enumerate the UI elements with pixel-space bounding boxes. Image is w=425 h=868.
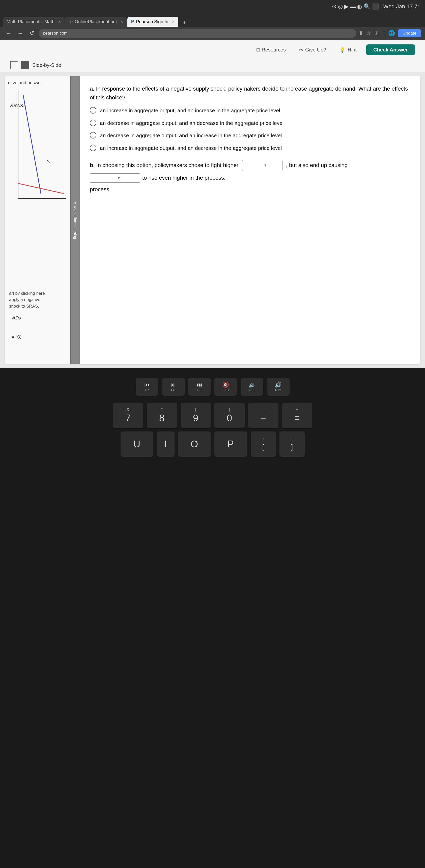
- key-open-bracket[interactable]: { [: [251, 432, 276, 457]
- key-9-top: (: [195, 407, 196, 412]
- tab-pearson-label: Pearson Sign In: [136, 19, 168, 25]
- key-0-top: ): [229, 407, 230, 412]
- macmillan-sidebar: © Macmillan Learning: [71, 76, 80, 364]
- tab-pearson[interactable]: P Pearson Sign In ✕: [127, 17, 178, 27]
- key-equals[interactable]: + =: [282, 403, 312, 428]
- part-b-text-process: process.: [90, 185, 410, 194]
- key-f12[interactable]: 🔊 F12: [267, 378, 290, 396]
- part-a-text: a. In response to the effects of a negat…: [90, 84, 410, 102]
- layout-label: Side-by-Side: [32, 62, 61, 68]
- radio-3[interactable]: [90, 132, 96, 138]
- resources-icon: □: [257, 47, 260, 53]
- f9-label: F9: [197, 388, 201, 392]
- avatar-icon[interactable]: 🌐: [388, 30, 395, 37]
- square-icon[interactable]: □: [382, 30, 385, 37]
- hint-button[interactable]: 💡 Hint: [336, 45, 360, 55]
- key-8-main: 8: [159, 413, 164, 424]
- back-button[interactable]: ←: [4, 29, 13, 38]
- key-p[interactable]: P: [215, 432, 247, 457]
- key-equals-top: +: [296, 407, 298, 412]
- sras-label: SRAS₀: [10, 103, 25, 108]
- key-i[interactable]: I: [157, 432, 174, 457]
- main-content: □ Resources ✂ Give Up? 💡 Hint Check Answ…: [0, 40, 425, 368]
- option-row-3[interactable]: an decrease in aggregate output, and an …: [90, 131, 410, 140]
- key-u[interactable]: U: [121, 432, 153, 457]
- key-8-top: *: [161, 407, 163, 412]
- option-text-3: an decrease in aggregate output, and an …: [100, 131, 282, 140]
- tab-math-close[interactable]: ✕: [58, 20, 61, 24]
- instruction-line-1: art by clicking here: [9, 290, 45, 297]
- f9-icon: ⏭: [197, 381, 202, 388]
- forward-button[interactable]: →: [15, 29, 25, 38]
- key-i-main: I: [164, 439, 167, 450]
- dropdown-2-caret: ▼: [117, 176, 121, 180]
- part-a-intro: In response to the effects of a negative…: [90, 86, 408, 101]
- key-f8[interactable]: ⏯ F8: [162, 378, 185, 396]
- give-up-label: Give Up?: [305, 47, 326, 53]
- extensions-icon[interactable]: ✳: [374, 30, 379, 37]
- axis-label: ut (Q): [10, 335, 22, 340]
- f12-icon: 🔊: [275, 381, 282, 388]
- f10-label: F10: [223, 388, 229, 392]
- update-button[interactable]: Update: [398, 29, 421, 37]
- radio-2[interactable]: [90, 120, 96, 126]
- share-icon[interactable]: ⬆: [359, 30, 363, 37]
- bookmark-icon[interactable]: ☆: [366, 30, 371, 37]
- address-input[interactable]: pearson.com: [39, 29, 356, 38]
- number-row: & 7 * 8 ( 9 ) 0 _ − + =: [15, 403, 410, 428]
- dropdown-2[interactable]: ▼: [90, 173, 140, 183]
- tab-pearson-icon: P: [131, 19, 134, 25]
- key-o[interactable]: O: [178, 432, 211, 457]
- key-open-bracket-top: {: [262, 437, 264, 442]
- panels-container: ctive and answer ↖ SRAS₀ AD₀: [5, 76, 420, 364]
- layout-icon-filled[interactable]: [21, 61, 29, 69]
- dropdown-2-value: [93, 175, 115, 181]
- key-f10[interactable]: 🔇 F10: [215, 378, 237, 396]
- key-f11[interactable]: 🔉 F11: [241, 378, 263, 396]
- tab-pdf[interactable]: ⓘ OnlinePlacement.pdf ✕: [65, 17, 127, 27]
- tab-pdf-close[interactable]: ✕: [120, 20, 123, 24]
- key-7-main: 7: [125, 413, 131, 424]
- key-o-main: O: [191, 439, 198, 450]
- key-0[interactable]: ) 0: [215, 403, 244, 428]
- tab-math[interactable]: Math Placement – Math ✕: [3, 17, 65, 27]
- option-row-2[interactable]: an decrease in aggregate output, and an …: [90, 119, 410, 127]
- key-equals-main: =: [294, 413, 300, 424]
- key-f9[interactable]: ⏭ F9: [188, 378, 211, 396]
- radio-4[interactable]: [90, 145, 96, 151]
- key-f7[interactable]: ⏮ F7: [136, 378, 158, 396]
- give-up-button[interactable]: ✂ Give Up?: [295, 45, 330, 55]
- option-row-4[interactable]: an increase in aggregate output, and an …: [90, 144, 410, 152]
- f7-label: F7: [145, 388, 149, 392]
- resources-button[interactable]: □ Resources: [253, 45, 289, 54]
- check-answer-button[interactable]: Check Answer: [366, 44, 415, 55]
- part-b-text: b. In choosing this option, policymakers…: [90, 160, 410, 171]
- key-close-bracket[interactable]: } ]: [280, 432, 305, 457]
- ad-label: AD₀: [12, 315, 21, 321]
- system-time: Wed Jan 17 7:: [383, 3, 419, 10]
- question-part-b: b. In choosing this option, policymakers…: [90, 160, 410, 194]
- option-row-1[interactable]: an increase in aggregate output, and an …: [90, 106, 410, 115]
- tab-bar: Math Placement – Math ✕ ⓘ OnlinePlacemen…: [0, 13, 425, 27]
- refresh-button[interactable]: ↺: [27, 29, 36, 38]
- key-7[interactable]: & 7: [113, 403, 143, 428]
- key-minus[interactable]: _ −: [248, 403, 279, 428]
- key-9[interactable]: ( 9: [181, 403, 211, 428]
- new-tab-button[interactable]: +: [180, 18, 189, 27]
- graph-area[interactable]: ↖ SRAS₀ AD₀ ut (Q) art by clicking here …: [8, 88, 67, 360]
- layout-row: Side-by-Side: [0, 58, 425, 72]
- key-8[interactable]: * 8: [147, 403, 177, 428]
- dropdown-1[interactable]: ▼: [242, 160, 283, 171]
- hint-icon: 💡: [339, 47, 346, 53]
- bottom-key-row: U I O P { [ } ]: [15, 432, 410, 457]
- layout-icon-outline[interactable]: [10, 61, 18, 69]
- resources-label: Resources: [262, 47, 286, 53]
- part-b-text-3: to rise even higher in the process.: [142, 173, 226, 182]
- part-b-text-1: In choosing this option, policymakers ch…: [96, 162, 239, 168]
- svg-line-2: [23, 95, 41, 193]
- f8-label: F8: [171, 388, 175, 392]
- tab-pdf-label: OnlinePlacement.pdf: [75, 19, 117, 25]
- radio-1[interactable]: [90, 107, 96, 114]
- hint-label: Hint: [348, 47, 357, 53]
- tab-pearson-close[interactable]: ✕: [172, 20, 175, 24]
